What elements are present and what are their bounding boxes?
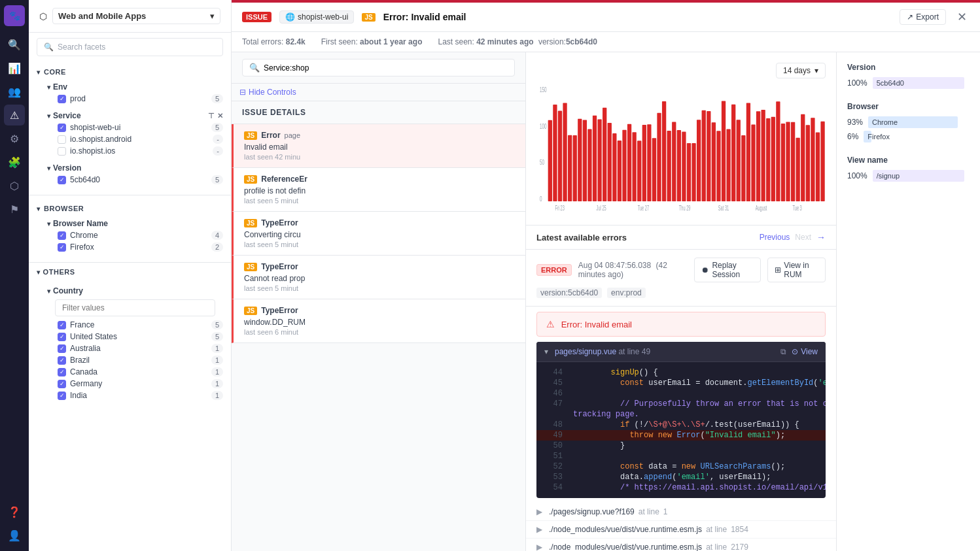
export-button[interactable]: ↗ Export: [900, 9, 946, 25]
version-item: ✓ 5cb64d0 5: [47, 174, 223, 186]
previous-button[interactable]: Previous: [760, 233, 790, 242]
close-button[interactable]: ✕: [954, 9, 970, 25]
country-filter-search[interactable]: [55, 299, 215, 316]
service-ios-count: -: [213, 146, 223, 156]
version-section: Version 100% 5cb64d0: [847, 63, 970, 89]
app-selector[interactable]: Web and Mobile Apps ▾: [52, 8, 220, 24]
others-header[interactable]: ▾ OTHERS: [37, 268, 223, 276]
issue-search-bar[interactable]: 🔍: [242, 59, 515, 76]
version-section-title: Version: [847, 63, 970, 72]
copy-code-icon[interactable]: ⧉: [780, 347, 786, 356]
browser-firefox-checkbox[interactable]: ✓: [58, 243, 66, 252]
nav-search[interactable]: 🔍: [4, 34, 25, 55]
stack-line-2: 1854: [731, 525, 748, 534]
svg-rect-22: [603, 108, 606, 201]
svg-rect-42: [702, 110, 706, 201]
svg-rect-46: [722, 101, 726, 201]
issue-4-type: TypeError: [261, 262, 298, 271]
country-australia-checkbox[interactable]: ✓: [58, 344, 66, 353]
country-group-header[interactable]: ▾ Country: [47, 285, 223, 297]
service-android-checkbox[interactable]: [58, 135, 66, 144]
env-group-label: Env: [53, 82, 67, 92]
service-group-header[interactable]: ▾ Service ⊤ ✕: [47, 110, 223, 122]
service-badge: 🌐 shopist-web-ui: [279, 10, 354, 24]
service-filter-icon[interactable]: ⊤: [208, 112, 215, 120]
issue-1-message: Invalid email: [244, 142, 515, 152]
stack-trace-3[interactable]: ▶ ./node_modules/vue/dist/vue.runtime.es…: [526, 539, 836, 551]
env-prod-checkbox[interactable]: ✓: [58, 95, 66, 103]
hide-controls-btn[interactable]: ⊟ Hide Controls: [232, 84, 525, 101]
country-india-count: 1: [211, 391, 223, 400]
stack-trace-2[interactable]: ▶ ./node_modules/vue/dist/vue.runtime.es…: [526, 521, 836, 539]
time-range-selector[interactable]: 14 days ▾: [776, 63, 826, 78]
view-in-rum-button[interactable]: ⊞ View in RUM: [767, 258, 826, 282]
viewname-item-1: 100% /signup: [847, 170, 970, 182]
core-header[interactable]: ▾ CORE: [37, 65, 223, 78]
search-facets-input[interactable]: 🔍 Search facets: [37, 38, 223, 56]
stack-trace-1[interactable]: ▶ ./pages/signup.vue?f169 at line 1: [526, 503, 836, 521]
country-us-checkbox[interactable]: ✓: [58, 333, 66, 341]
app-selector-label: Web and Mobile Apps: [58, 11, 206, 21]
country-france-checkbox[interactable]: ✓: [58, 321, 66, 329]
latest-errors-title: Latest available errors: [536, 233, 627, 242]
svg-rect-47: [726, 129, 730, 201]
core-section: ▾ CORE ▾ Env ✓ prod 5: [29, 61, 231, 192]
browser-chrome-checkbox[interactable]: ✓: [58, 231, 66, 240]
issue-4-message: Cannot read prop: [244, 274, 515, 283]
browser-name-header[interactable]: ▾ Browser Name: [47, 218, 223, 229]
warning-icon: ⚠: [546, 319, 555, 329]
nav-alert[interactable]: ⚠: [4, 105, 25, 125]
country-label: Country: [53, 286, 83, 295]
nav-dashboard[interactable]: 📊: [4, 58, 25, 78]
nav-code[interactable]: ⚙: [4, 128, 25, 149]
version-checkbox[interactable]: ✓: [58, 176, 66, 184]
service-clear-icon[interactable]: ✕: [217, 112, 223, 120]
issue-item-3[interactable]: JS TypeError Converting circu last seen …: [232, 212, 525, 256]
service-group-label: Service: [53, 111, 81, 120]
svg-rect-45: [716, 131, 720, 201]
browser-firefox-bar: Firefox: [864, 131, 871, 142]
error-message-box: ⚠ Error: Invalid email: [536, 312, 826, 337]
code-line-49: 49 throw new Error("Invalid email");: [536, 430, 826, 441]
nav-arrow-icon[interactable]: →: [816, 232, 826, 242]
browser-section-header[interactable]: ▾ BROWSER: [37, 202, 223, 215]
error-item-header: ERROR Aug 04 08:47:56.038 (42 minutes ag…: [536, 258, 826, 282]
service-group: ▾ Service ⊤ ✕ ✓ shopist-web-ui 5: [37, 107, 223, 159]
code-expand-icon[interactable]: ▾: [544, 347, 548, 356]
service-ios-checkbox[interactable]: [58, 147, 66, 156]
browser-firefox-percent: 6%: [847, 132, 858, 141]
env-group-header[interactable]: ▾ Env: [47, 81, 223, 93]
code-line-47: 47 // Purposefully throw an error that i…: [536, 399, 826, 409]
nav-layers[interactable]: ⬡: [4, 175, 25, 196]
replay-session-button[interactable]: ⏺ Replay Session: [694, 258, 761, 282]
version-group-header[interactable]: ▾ Version: [47, 162, 223, 174]
country-brazil-checkbox[interactable]: ✓: [58, 356, 66, 365]
country-canada-item: ✓ Canada 1: [47, 366, 223, 378]
github-view-button[interactable]: ⊙ View: [792, 347, 818, 356]
env-group: ▾ Env ✓ prod 5: [37, 78, 223, 107]
svg-rect-25: [618, 141, 621, 201]
nav-puzzle[interactable]: 🧩: [4, 152, 25, 173]
issue-search-input[interactable]: [264, 63, 508, 73]
issue-item-2[interactable]: JS ReferenceEr profile is not defin last…: [232, 168, 525, 212]
country-canada-checkbox[interactable]: ✓: [58, 368, 66, 376]
pagination: Previous Next →: [760, 232, 826, 242]
filter-scroll: ▾ CORE ▾ Env ✓ prod 5: [29, 61, 231, 551]
issue-3-type: TypeError: [261, 218, 298, 227]
issue-item-5[interactable]: JS TypeError window.DD_RUM last seen 6 m…: [232, 299, 525, 343]
svg-text:50: 50: [540, 159, 544, 167]
issue-item-4[interactable]: JS TypeError Cannot read prop last seen …: [232, 256, 525, 299]
nav-flag[interactable]: ⚑: [4, 199, 25, 220]
next-button[interactable]: Next: [795, 233, 811, 242]
browser-chrome-percent: 93%: [847, 118, 863, 127]
nav-users[interactable]: 👥: [4, 81, 25, 102]
country-germany-checkbox[interactable]: ✓: [58, 380, 66, 388]
issue-item-1[interactable]: JS Error page Invalid email last seen 42…: [232, 124, 525, 168]
nav-user[interactable]: 👤: [4, 525, 25, 546]
nav-help[interactable]: ❓: [4, 501, 25, 522]
version-group: ▾ Version ✓ 5cb64d0 5: [37, 159, 223, 188]
viewname-bar-text-1: /signup: [877, 172, 900, 180]
country-india-checkbox[interactable]: ✓: [58, 392, 66, 400]
service-shopist-web-ui-checkbox[interactable]: ✓: [58, 124, 66, 132]
country-filter-input[interactable]: [55, 299, 215, 316]
